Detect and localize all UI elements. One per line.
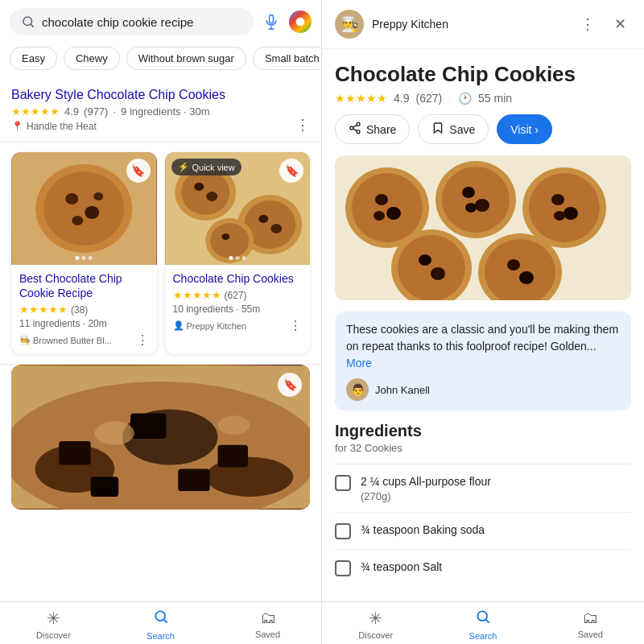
filter-chips: Easy Chewy Without brown sugar Small bat… <box>0 43 321 78</box>
svg-point-60 <box>419 254 431 266</box>
search-icon <box>21 14 35 29</box>
svg-point-55 <box>551 194 564 205</box>
card-2-bookmark[interactable]: 🔖 <box>279 159 303 183</box>
more-options-button[interactable]: ⋮ <box>576 13 599 35</box>
svg-point-13 <box>181 170 229 215</box>
svg-rect-28 <box>59 441 90 465</box>
recipe-card-2-stars: ★★★★★ <box>173 289 221 301</box>
recipe-card-2-rating: ★★★★★ (627) <box>173 289 303 301</box>
filter-chip-easy[interactable]: Easy <box>10 47 57 70</box>
quick-view-badge[interactable]: ⚡ Quick view <box>171 159 242 175</box>
ingredient-checkbox-1[interactable] <box>335 475 351 491</box>
search-input-wrap[interactable]: chocolate chip cookie recipe <box>10 8 254 35</box>
svg-point-39 <box>357 130 360 134</box>
svg-point-15 <box>206 192 217 201</box>
recipe-card-1-review-count: (38) <box>71 304 88 316</box>
featured-recipe-rating-row: ★★★★★ 4.9 (977) · 9 ingredients · 30m <box>11 105 310 118</box>
ingredient-item-2: ¾ teaspoon Baking soda <box>335 512 631 549</box>
recipe-card-2-source-row: 👤 Preppy Kitchen ⋮ <box>173 318 303 333</box>
lens-icon[interactable] <box>289 10 312 33</box>
svg-point-45 <box>375 194 388 205</box>
featured-recipe-more-button[interactable]: ⋮ <box>295 116 310 134</box>
ingredient-text-3: ¾ teaspoon Salt <box>361 559 442 576</box>
left-content: Bakery Style Chocolate Chip Cookies ★★★★… <box>0 78 321 601</box>
action-buttons: Share Save Visit › <box>322 114 644 155</box>
recipe-card-2: ⚡ Quick view 🔖 Chocolate Chip Cookies ★★… <box>165 152 311 354</box>
header-title-col: Preppy Kitchen <box>372 18 568 31</box>
svg-point-64 <box>507 259 520 270</box>
featured-recipe-source-row: 📍 Handle the Heat <box>11 121 310 132</box>
ingredient-item-1: 2 ¼ cups All-purpose flour (270g) <box>335 464 631 512</box>
left-nav-saved[interactable]: 🗂 Saved <box>214 609 321 641</box>
share-button[interactable]: Share <box>335 114 410 144</box>
left-nav-discover[interactable]: ✳ Discover <box>0 609 107 641</box>
card-1-bookmark[interactable]: 🔖 <box>126 159 151 183</box>
right-panel: 👨‍🍳 Preppy Kitchen ⋮ ✕ Chocolate Chip Co… <box>322 0 644 644</box>
left-bottom-nav: ✳ Discover Search 🗂 Saved <box>0 601 321 644</box>
source-name: Preppy Kitchen <box>372 18 568 31</box>
svg-rect-30 <box>218 445 248 468</box>
ingredient-checkbox-2[interactable] <box>335 523 351 539</box>
recipe-card-1-source-row: 🧑‍🍳 Browned Butter Bl... ⋮ <box>19 332 149 348</box>
search-label: Search <box>147 631 175 641</box>
ingredients-section: Ingredients for 32 Cookies 2 ¼ cups All-… <box>322 422 644 599</box>
filter-chip-chewy[interactable]: Chewy <box>64 47 120 70</box>
ingredient-checkbox-3[interactable] <box>335 560 351 576</box>
description-box: These cookies are a classic and you'll b… <box>335 312 631 411</box>
svg-point-33 <box>95 422 134 446</box>
svg-point-21 <box>210 223 249 258</box>
svg-line-1 <box>31 24 33 27</box>
featured-recipe: Bakery Style Chocolate Chip Cookies ★★★★… <box>0 78 321 142</box>
right-bottom-nav: ✳ Discover Search 🗂 Saved <box>322 601 644 644</box>
cookie-detail-image <box>335 155 631 300</box>
svg-point-47 <box>374 211 385 221</box>
quick-view-icon: ⚡ <box>178 162 189 172</box>
save-button[interactable]: Save <box>418 114 489 144</box>
filter-chip-small-batch[interactable]: Small batch <box>253 47 321 70</box>
close-button[interactable]: ✕ <box>609 13 631 35</box>
recipe-card-1-stars: ★★★★★ <box>19 303 68 316</box>
featured-recipe-review-count: (977) <box>84 105 108 118</box>
ingredient-item-3: ¾ teaspoon Salt <box>335 549 631 586</box>
recipe-card-1-image: 🔖 <box>11 152 157 265</box>
author-row: 👨 John Kanell <box>346 378 620 401</box>
recipe-card-2-more[interactable]: ⋮ <box>289 318 302 333</box>
recipe-card-2-image: ⚡ Quick view 🔖 <box>165 152 311 265</box>
svg-point-22 <box>221 233 229 240</box>
svg-point-54 <box>529 173 600 242</box>
recipe-review-count: (627) <box>415 92 442 105</box>
svg-point-8 <box>85 206 99 219</box>
search-nav-icon <box>153 609 169 629</box>
visit-button[interactable]: Visit › <box>497 114 552 144</box>
discover-label: Discover <box>36 630 71 640</box>
recipe-card-1-more[interactable]: ⋮ <box>136 332 149 348</box>
right-nav-saved[interactable]: 🗂 Saved <box>537 609 644 641</box>
big-image-card: 🔖 <box>11 365 310 510</box>
pin-icon: 📍 <box>11 121 23 132</box>
author-name: John Kanell <box>375 384 430 396</box>
recipe-time: 55 min <box>478 92 512 105</box>
recipe-card-2-title[interactable]: Chocolate Chip Cookies <box>173 271 303 286</box>
svg-point-50 <box>462 187 475 198</box>
recipe-card-1-body: Best Chocolate Chip Cookie Recipe ★★★★★ … <box>11 265 157 354</box>
ingredients-subtitle: for 32 Cookies <box>335 442 631 454</box>
svg-point-37 <box>357 122 360 126</box>
left-panel: chocolate chip cookie recipe Easy Chewy … <box>0 0 322 644</box>
svg-point-38 <box>350 126 353 130</box>
svg-point-65 <box>519 271 534 284</box>
svg-line-40 <box>353 129 357 131</box>
more-link[interactable]: More <box>346 357 372 369</box>
recipe-meta-row: ★★★★★ 4.9 (627) · 🕐 55 min <box>335 92 631 105</box>
mic-icon[interactable] <box>260 10 283 33</box>
right-nav-search[interactable]: Search <box>429 609 536 641</box>
recipe-card-1-rating: ★★★★★ (38) <box>19 303 149 316</box>
filter-chip-without-brown-sugar[interactable]: Without brown sugar <box>126 47 246 70</box>
right-nav-discover[interactable]: ✳ Discover <box>322 609 429 641</box>
featured-recipe-title[interactable]: Bakery Style Chocolate Chip Cookies <box>11 88 310 102</box>
recipe-card-1-title[interactable]: Best Chocolate Chip Cookie Recipe <box>19 271 149 300</box>
description-text: These cookies are a classic and you'll b… <box>346 321 620 372</box>
featured-recipe-source: Handle the Heat <box>27 121 97 132</box>
left-nav-search[interactable]: Search <box>107 609 214 641</box>
ingredients-title: Ingredients <box>335 422 631 440</box>
svg-point-34 <box>218 416 250 436</box>
